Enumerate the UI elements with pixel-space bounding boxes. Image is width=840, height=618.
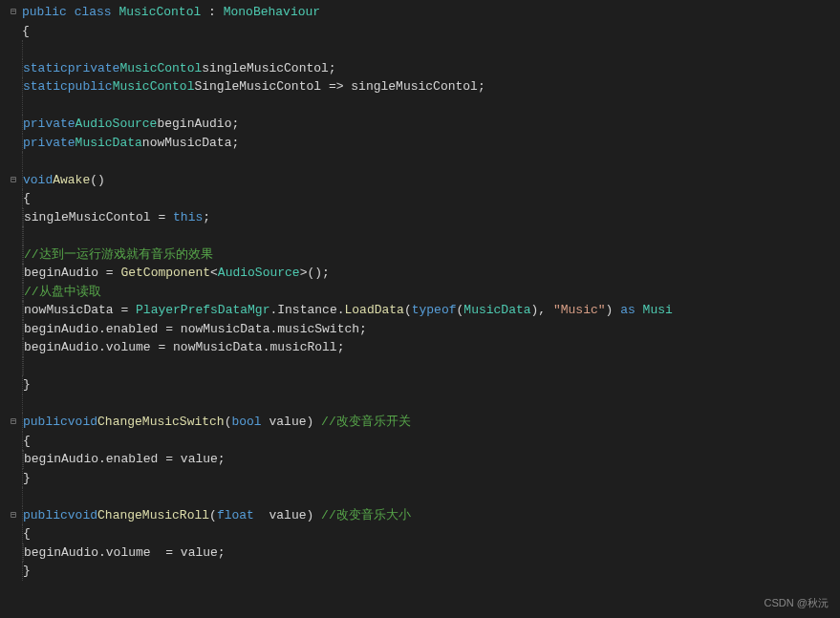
keyword: class <box>75 3 112 22</box>
code-text: beginAudio.enabled = value; <box>24 450 226 469</box>
code-editor[interactable]: ⊟public class MusicContol : MonoBehaviou… <box>0 0 840 584</box>
keyword: void <box>68 506 97 525</box>
brace: { <box>22 22 30 41</box>
code-text: beginAudio.volume = nowMusicData.musicRo… <box>24 338 344 357</box>
code-line[interactable] <box>5 40 840 59</box>
punctuation: .Instance. <box>269 301 344 320</box>
code-line[interactable]: //从盘中读取 <box>5 283 840 302</box>
keyword: static <box>23 59 68 78</box>
code-line[interactable]: ⊟ void Awake() <box>5 171 840 190</box>
brace: } <box>23 562 31 581</box>
method-name: LoadData <box>344 301 403 320</box>
punctuation: () <box>90 171 105 190</box>
code-line[interactable]: private AudioSource beginAudio; <box>5 115 840 134</box>
keyword: private <box>23 115 75 134</box>
fold-icon[interactable]: ⊟ <box>5 173 22 187</box>
code-line[interactable] <box>5 152 840 171</box>
type-name: AudioSource <box>218 264 300 283</box>
fold-icon[interactable]: ⊟ <box>5 5 22 19</box>
comment: //改变音乐大小 <box>321 506 411 525</box>
code-line[interactable]: ⊟ public void ChangeMusicRoll(float valu… <box>5 506 840 525</box>
keyword: as <box>620 301 635 320</box>
code-line[interactable] <box>5 226 840 245</box>
code-line[interactable]: nowMusicData = PlayerPrefsDataMgr.Instan… <box>5 301 840 320</box>
code-line[interactable] <box>5 357 840 376</box>
code-line[interactable]: } <box>5 469 840 488</box>
code-line[interactable]: { <box>5 432 840 451</box>
code-line[interactable]: singleMusicContol = this; <box>5 208 840 227</box>
code-line[interactable] <box>5 487 840 506</box>
type-name: MusicData <box>463 301 530 320</box>
variable: singleMusicContol <box>24 208 151 227</box>
type-name: PlayerPrefsDataMgr <box>136 301 269 320</box>
code-text: beginAudio.volume = value; <box>24 543 226 563</box>
code-line[interactable]: //达到一运行游戏就有音乐的效果 <box>5 245 840 265</box>
code-line[interactable] <box>5 394 840 414</box>
keyword: private <box>23 134 75 153</box>
variable: singleMusicContol; <box>202 59 335 78</box>
keyword: private <box>68 59 120 78</box>
type-name: MusicContol <box>118 3 201 22</box>
code-text: nowMusicData = <box>24 301 136 320</box>
code-text: beginAudio = <box>24 264 120 283</box>
keyword: void <box>23 171 53 190</box>
brace: { <box>23 524 31 543</box>
variable: nowMusicData; <box>142 134 239 153</box>
string-literal: "Music" <box>553 301 606 320</box>
code-line[interactable]: private MusicData nowMusicData; <box>5 134 840 153</box>
punctuation: ( <box>209 506 217 525</box>
comment: //改变音乐开关 <box>321 413 411 432</box>
method-name: Awake <box>53 171 90 190</box>
punctuation: ( <box>404 301 412 320</box>
type-name: AudioSource <box>75 115 158 134</box>
code-line[interactable]: beginAudio.volume = value; <box>5 543 840 563</box>
keyword: public <box>23 506 68 525</box>
keyword: public <box>22 3 67 22</box>
code-line[interactable]: ⊟public class MusicContol : MonoBehaviou… <box>5 3 840 22</box>
code-line[interactable]: } <box>5 562 840 581</box>
code-line[interactable]: static public MusicContol SingleMusicCon… <box>5 77 840 96</box>
code-line[interactable]: ⊟ public void ChangeMusicSwitch(bool val… <box>5 413 840 432</box>
code-text: beginAudio.enabled = nowMusicData.musicS… <box>24 320 367 339</box>
type-name: MusicContol <box>119 59 202 78</box>
punctuation: ) <box>606 301 621 320</box>
punctuation: < <box>210 264 218 283</box>
brace: } <box>23 375 31 394</box>
brace: } <box>23 469 31 488</box>
code-line[interactable]: beginAudio.volume = nowMusicData.musicRo… <box>5 338 840 357</box>
variable: beginAudio; <box>157 115 239 134</box>
code-line[interactable]: { <box>5 22 840 41</box>
punctuation: ), <box>531 301 553 320</box>
keyword: typeof <box>412 301 457 320</box>
method-name: ChangeMusicRoll <box>97 506 209 525</box>
method-name: ChangeMusicSwitch <box>97 413 225 432</box>
punctuation: ( <box>225 413 232 432</box>
type-name: MusicContol <box>113 77 195 96</box>
keyword: public <box>68 77 113 96</box>
keyword: static <box>23 77 68 96</box>
parameter: value) <box>254 506 321 525</box>
type-name: Musi <box>635 301 673 320</box>
punctuation: : <box>201 3 223 22</box>
code-line[interactable] <box>5 96 840 116</box>
code-line[interactable]: static private MusicContol singleMusicCo… <box>5 59 840 78</box>
code-line[interactable]: beginAudio.enabled = nowMusicData.musicS… <box>5 320 840 339</box>
code-line[interactable]: beginAudio = GetComponent<AudioSource>()… <box>5 264 840 283</box>
method-name: GetComponent <box>120 264 210 283</box>
keyword: this <box>173 208 203 227</box>
code-line[interactable]: { <box>5 189 840 208</box>
brace: { <box>23 189 31 208</box>
code-line[interactable]: beginAudio.enabled = value; <box>5 450 840 469</box>
type-name: MusicData <box>75 134 142 153</box>
keyword: float <box>217 506 254 525</box>
fold-icon[interactable]: ⊟ <box>5 508 22 522</box>
code-line[interactable]: } <box>5 375 840 394</box>
punctuation: ; <box>203 208 210 227</box>
type-name: MonoBehaviour <box>224 3 320 22</box>
brace: { <box>23 432 31 451</box>
comment: //从盘中读取 <box>24 283 101 302</box>
fold-icon[interactable]: ⊟ <box>5 415 22 429</box>
keyword: void <box>68 413 97 432</box>
watermark: CSDN @秋沅 <box>765 595 829 611</box>
code-line[interactable]: { <box>5 524 840 543</box>
